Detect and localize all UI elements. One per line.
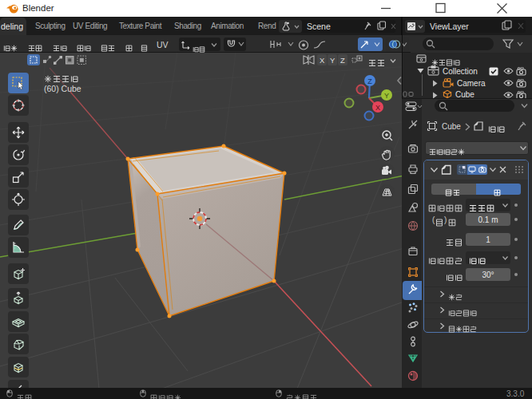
svg-text:Z: Z: [367, 77, 372, 85]
svg-text:Y: Y: [384, 92, 389, 100]
svg-text:X: X: [375, 104, 380, 112]
